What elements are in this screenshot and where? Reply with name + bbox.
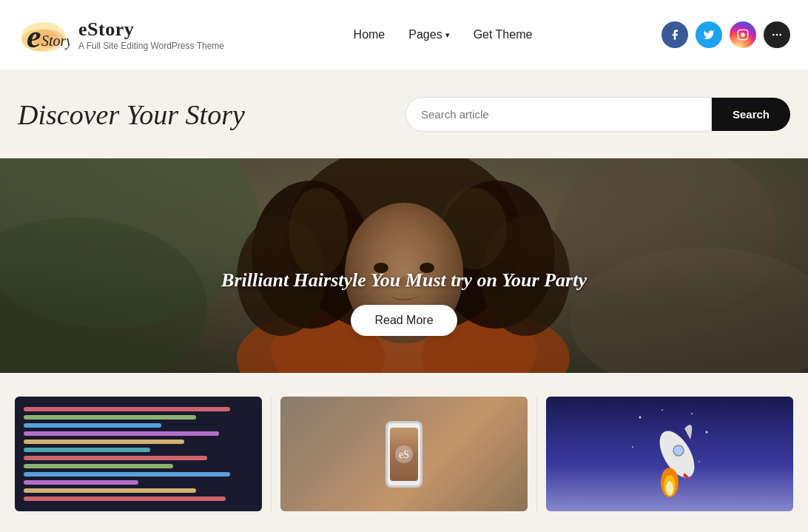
nav-home[interactable]: Home xyxy=(354,28,386,41)
social-icons-group xyxy=(661,21,790,48)
search-input[interactable] xyxy=(405,97,712,132)
card-rocket[interactable] xyxy=(537,388,802,520)
search-bar: Search xyxy=(405,97,790,132)
site-title: eStory xyxy=(78,18,224,41)
nav-get-theme[interactable]: Get Theme xyxy=(474,28,533,41)
svg-point-32 xyxy=(691,413,693,414)
logo-text: eStory A Full Site Editing WordPress The… xyxy=(78,18,224,51)
site-header: e Story eStory A Full Site Editing WordP… xyxy=(0,0,808,70)
svg-point-8 xyxy=(772,34,775,36)
search-button[interactable]: Search xyxy=(712,98,790,131)
svg-point-7 xyxy=(776,34,778,36)
logo-icon: e Story xyxy=(18,9,70,61)
svg-point-41 xyxy=(666,481,673,496)
hero-search-section: Discover Your Story Search xyxy=(0,70,808,158)
svg-text:Story: Story xyxy=(41,33,70,50)
card-rocket-image xyxy=(546,397,793,511)
logo-area[interactable]: e Story eStory A Full Site Editing WordP… xyxy=(18,9,224,61)
svg-point-38 xyxy=(673,445,684,456)
svg-point-9 xyxy=(779,34,781,36)
phone-screen: eS xyxy=(390,428,418,481)
svg-point-34 xyxy=(706,431,708,433)
more-social-icon[interactable] xyxy=(764,21,790,48)
svg-point-33 xyxy=(661,409,663,411)
instagram-icon[interactable] xyxy=(730,21,756,48)
card-code-image xyxy=(15,397,262,511)
svg-text:e: e xyxy=(27,18,41,55)
main-nav: Home Pages ▾ Get Theme xyxy=(354,28,533,41)
article-cards: eS xyxy=(0,373,808,532)
card-phone[interactable]: eS xyxy=(272,388,536,520)
svg-rect-28 xyxy=(0,158,808,373)
card-code[interactable] xyxy=(6,388,271,520)
read-more-button[interactable]: Read More xyxy=(351,305,457,336)
featured-article: Brilliant Hairstyle You Must try on Your… xyxy=(0,158,808,373)
svg-point-31 xyxy=(639,416,642,418)
featured-content: Brilliant Hairstyle You Must try on Your… xyxy=(0,269,808,336)
featured-background xyxy=(0,158,808,373)
hero-title: Discover Your Story xyxy=(18,98,245,131)
svg-point-36 xyxy=(698,461,700,462)
phone-shape: eS xyxy=(386,421,422,488)
facebook-icon[interactable] xyxy=(661,21,688,48)
twitter-icon[interactable] xyxy=(696,21,722,48)
nav-pages[interactable]: Pages ▾ xyxy=(408,28,449,41)
chevron-down-icon: ▾ xyxy=(445,30,450,40)
card-phone-image: eS xyxy=(280,397,528,511)
site-subtitle: A Full Site Editing WordPress Theme xyxy=(78,41,224,51)
svg-point-35 xyxy=(632,446,633,448)
svg-text:eS: eS xyxy=(399,449,409,460)
featured-title: Brilliant Hairstyle You Must try on Your… xyxy=(0,269,808,292)
